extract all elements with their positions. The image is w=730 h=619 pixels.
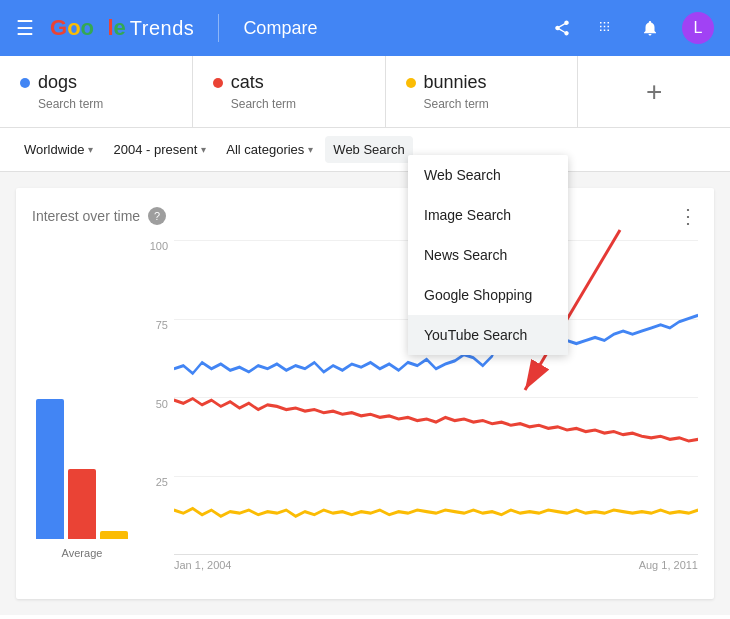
app-header: ☰ Google Trends Compare: [0, 0, 730, 56]
bar-bunnies: [100, 531, 128, 539]
term-dot-bunnies: [406, 78, 416, 88]
chart-section: Interest over time ? ⋮ Average: [16, 188, 714, 599]
term-dot-dogs: [20, 78, 30, 88]
menu-icon[interactable]: ☰: [16, 16, 34, 40]
location-filter[interactable]: Worldwide ▾: [16, 136, 101, 163]
term-type-bunnies: Search term: [424, 97, 558, 111]
compare-label: Compare: [243, 18, 317, 39]
date-chevron-icon: ▾: [201, 144, 206, 155]
share-icon[interactable]: [550, 16, 574, 40]
main-content: Interest over time ? ⋮ Average: [0, 172, 730, 615]
search-type-filter[interactable]: Web Search: [325, 136, 412, 163]
bar-cats: [68, 469, 96, 539]
x-label-2011: Aug 1, 2011: [639, 559, 698, 579]
dropdown-youtube-search[interactable]: YouTube Search: [408, 315, 568, 355]
header-divider: [218, 14, 219, 42]
app-logo: Google Trends: [50, 15, 194, 41]
location-filter-label: Worldwide: [24, 142, 84, 157]
search-terms-bar: dogs Search term cats Search term bunnie…: [0, 56, 730, 128]
add-term-button[interactable]: +: [578, 56, 730, 127]
location-chevron-icon: ▾: [88, 144, 93, 155]
bar-chart-label: Average: [62, 547, 103, 559]
x-axis-labels: Jan 1, 2004 Aug 1, 2011: [174, 559, 698, 579]
cats-line: [174, 399, 698, 441]
y-label-25: 25: [140, 476, 168, 488]
x-label-2004: Jan 1, 2004: [174, 559, 232, 579]
date-filter[interactable]: 2004 - present ▾: [105, 136, 214, 163]
notification-icon[interactable]: [638, 16, 662, 40]
chart-title-group: Interest over time ?: [32, 207, 166, 225]
bunnies-line: [174, 508, 698, 516]
term-name-cats: cats: [231, 72, 264, 93]
dropdown-news-search[interactable]: News Search: [408, 235, 568, 275]
bar-dogs: [36, 399, 64, 539]
y-label-100: 100: [140, 240, 168, 252]
search-term-cats[interactable]: cats Search term: [193, 56, 386, 127]
header-icons: L: [550, 12, 714, 44]
term-dot-cats: [213, 78, 223, 88]
chart-title: Interest over time: [32, 208, 140, 224]
apps-icon[interactable]: [594, 16, 618, 40]
bar-chart: [36, 379, 128, 539]
category-filter-label: All categories: [226, 142, 304, 157]
dropdown-image-search[interactable]: Image Search: [408, 195, 568, 235]
y-axis: 100 75 50 25: [140, 240, 168, 555]
help-icon[interactable]: ?: [148, 207, 166, 225]
term-name-bunnies: bunnies: [424, 72, 487, 93]
date-filter-label: 2004 - present: [113, 142, 197, 157]
search-term-bunnies[interactable]: bunnies Search term: [386, 56, 579, 127]
chart-header: Interest over time ? ⋮: [32, 204, 698, 228]
term-name-dogs: dogs: [38, 72, 77, 93]
user-avatar[interactable]: L: [682, 12, 714, 44]
category-chevron-icon: ▾: [308, 144, 313, 155]
filters-bar: Worldwide ▾ 2004 - present ▾ All categor…: [0, 128, 730, 172]
y-label-75: 75: [140, 319, 168, 331]
logo-text: Trends: [130, 17, 195, 40]
y-label-50: 50: [140, 398, 168, 410]
search-type-label: Web Search: [333, 142, 404, 157]
term-type-cats: Search term: [231, 97, 365, 111]
term-type-dogs: Search term: [38, 97, 172, 111]
chart-area: Average 100 75 50 25: [32, 240, 698, 579]
dropdown-web-search[interactable]: Web Search: [408, 155, 568, 195]
search-type-dropdown[interactable]: Web Search Image Search News Search Goog…: [408, 155, 568, 355]
search-term-dogs[interactable]: dogs Search term: [0, 56, 193, 127]
category-filter[interactable]: All categories ▾: [218, 136, 321, 163]
dropdown-google-shopping[interactable]: Google Shopping: [408, 275, 568, 315]
bar-chart-container: Average: [32, 240, 132, 579]
more-options-icon[interactable]: ⋮: [678, 204, 698, 228]
